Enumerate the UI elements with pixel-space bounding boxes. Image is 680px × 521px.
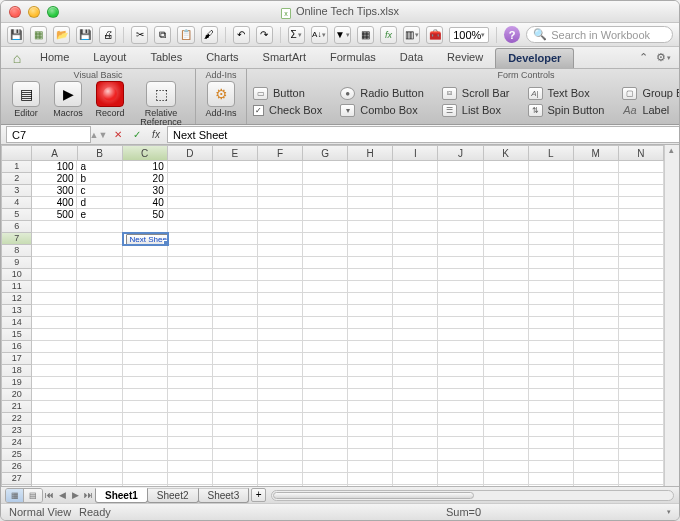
- cell[interactable]: [529, 449, 574, 461]
- redo-icon[interactable]: ↷: [256, 26, 273, 44]
- cell[interactable]: [574, 473, 619, 485]
- cell[interactable]: [258, 401, 303, 413]
- cell[interactable]: [438, 233, 483, 245]
- cell[interactable]: [393, 197, 438, 209]
- cell[interactable]: [574, 257, 619, 269]
- cell[interactable]: [123, 389, 168, 401]
- cell[interactable]: [438, 341, 483, 353]
- row-header[interactable]: 6: [1, 221, 32, 233]
- cell[interactable]: [303, 473, 348, 485]
- cell[interactable]: [213, 233, 258, 245]
- cell[interactable]: [574, 353, 619, 365]
- cell[interactable]: [393, 473, 438, 485]
- cell[interactable]: [123, 425, 168, 437]
- paste-icon[interactable]: 📋: [177, 26, 194, 44]
- cell[interactable]: [438, 461, 483, 473]
- cell[interactable]: [303, 269, 348, 281]
- cell[interactable]: [348, 365, 393, 377]
- cell[interactable]: [123, 365, 168, 377]
- cell[interactable]: [303, 245, 348, 257]
- cell[interactable]: [303, 185, 348, 197]
- cell[interactable]: [213, 389, 258, 401]
- cell[interactable]: [258, 281, 303, 293]
- row-header[interactable]: 27: [1, 473, 32, 485]
- col-header[interactable]: J: [438, 145, 483, 161]
- cell[interactable]: [123, 353, 168, 365]
- cell[interactable]: [168, 341, 213, 353]
- cell[interactable]: [438, 209, 483, 221]
- cell[interactable]: 100: [32, 161, 77, 173]
- cell[interactable]: [168, 389, 213, 401]
- cell[interactable]: [77, 437, 122, 449]
- cell[interactable]: [393, 293, 438, 305]
- cell[interactable]: [303, 461, 348, 473]
- format-painter-icon[interactable]: 🖌: [201, 26, 218, 44]
- macros-button[interactable]: ▶Macros: [49, 81, 87, 118]
- cell[interactable]: [484, 473, 529, 485]
- cell[interactable]: [32, 473, 77, 485]
- tab-tables[interactable]: Tables: [138, 48, 194, 68]
- cell[interactable]: [213, 341, 258, 353]
- cell[interactable]: [484, 437, 529, 449]
- cell[interactable]: [213, 209, 258, 221]
- cell[interactable]: [77, 281, 122, 293]
- cell[interactable]: [619, 449, 664, 461]
- cell[interactable]: [529, 425, 574, 437]
- cell[interactable]: 40: [123, 197, 168, 209]
- cell[interactable]: [213, 377, 258, 389]
- cell[interactable]: [77, 413, 122, 425]
- cell[interactable]: [393, 425, 438, 437]
- cell[interactable]: [123, 245, 168, 257]
- cell[interactable]: [303, 353, 348, 365]
- cell[interactable]: 500: [32, 209, 77, 221]
- print-icon[interactable]: 🖨: [99, 26, 116, 44]
- toolbox-icon[interactable]: 🧰: [426, 26, 443, 44]
- gallery-icon[interactable]: ▦: [357, 26, 374, 44]
- cell[interactable]: [303, 401, 348, 413]
- cell[interactable]: [438, 221, 483, 233]
- tab-developer[interactable]: Developer: [495, 48, 574, 68]
- cell[interactable]: [484, 221, 529, 233]
- groupbox-control[interactable]: ▢Group Box: [622, 85, 680, 101]
- cell[interactable]: [529, 173, 574, 185]
- cell[interactable]: [303, 449, 348, 461]
- row-header[interactable]: 26: [1, 461, 32, 473]
- cell[interactable]: [438, 437, 483, 449]
- cell[interactable]: [77, 257, 122, 269]
- row-header[interactable]: 3: [1, 185, 32, 197]
- cell[interactable]: [303, 209, 348, 221]
- cell[interactable]: [77, 353, 122, 365]
- cell[interactable]: [348, 425, 393, 437]
- cell[interactable]: [484, 197, 529, 209]
- cell[interactable]: [574, 389, 619, 401]
- cell[interactable]: [258, 209, 303, 221]
- cell[interactable]: 30: [123, 185, 168, 197]
- cell[interactable]: [574, 293, 619, 305]
- cell[interactable]: [213, 401, 258, 413]
- cell[interactable]: [77, 473, 122, 485]
- cell[interactable]: [123, 341, 168, 353]
- cell[interactable]: [529, 161, 574, 173]
- cell[interactable]: [168, 365, 213, 377]
- cancel-formula-icon[interactable]: ✕: [110, 127, 126, 142]
- cell[interactable]: a: [77, 161, 122, 173]
- cell[interactable]: [574, 317, 619, 329]
- cell[interactable]: [393, 329, 438, 341]
- cell[interactable]: [32, 437, 77, 449]
- cell[interactable]: [484, 269, 529, 281]
- cell[interactable]: [529, 185, 574, 197]
- cell[interactable]: [393, 269, 438, 281]
- cell[interactable]: [32, 329, 77, 341]
- cell[interactable]: [213, 461, 258, 473]
- col-header[interactable]: B: [78, 145, 123, 161]
- cell[interactable]: [348, 173, 393, 185]
- cell[interactable]: [168, 173, 213, 185]
- horizontal-scrollbar[interactable]: [271, 490, 674, 501]
- cell[interactable]: [77, 365, 122, 377]
- cell[interactable]: [574, 425, 619, 437]
- cell[interactable]: [168, 233, 213, 245]
- cell[interactable]: [348, 473, 393, 485]
- cell[interactable]: [213, 353, 258, 365]
- cell[interactable]: [574, 161, 619, 173]
- cell[interactable]: Next Sheet: [123, 233, 168, 245]
